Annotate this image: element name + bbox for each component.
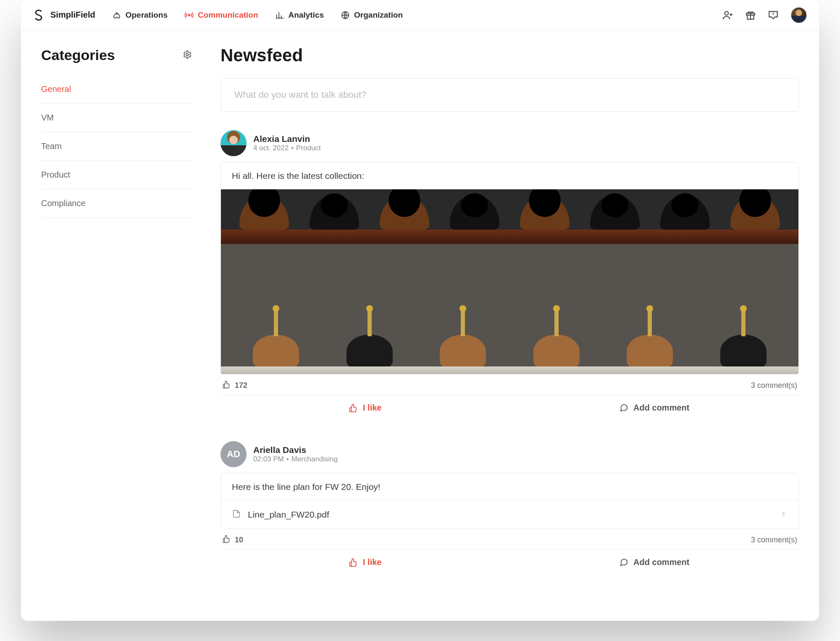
- brand-name: SimpliField: [50, 10, 95, 20]
- like-label: I like: [363, 403, 381, 413]
- category-general[interactable]: General: [41, 75, 192, 104]
- svg-point-0: [116, 13, 117, 14]
- app-shell: SimpliField Operations Communication Ana…: [21, 0, 819, 621]
- thumbs-up-icon: [222, 535, 231, 545]
- like-button[interactable]: I like: [220, 395, 510, 420]
- settings-icon[interactable]: [183, 50, 192, 61]
- post-date: 4 oct. 2022: [253, 144, 289, 152]
- composer[interactable]: What do you want to talk about?: [220, 78, 799, 112]
- author-avatar[interactable]: AD: [220, 441, 247, 467]
- category-vm[interactable]: VM: [41, 104, 192, 132]
- post-text: Here is the line plan for FW 20. Enjoy!: [221, 474, 798, 500]
- category-list: General VM Team Product Compliance: [41, 75, 192, 218]
- nav-label: Analytics: [289, 10, 324, 20]
- thumbs-up-icon: [349, 403, 358, 413]
- comment-icon: [619, 558, 628, 567]
- post-body: Hi all. Here is the latest collection:: [220, 162, 799, 374]
- svg-point-1: [188, 14, 190, 16]
- user-avatar[interactable]: [790, 7, 807, 24]
- topbar: SimpliField Operations Communication Ana…: [21, 0, 819, 30]
- post-category: Product: [296, 144, 321, 152]
- main: Newsfeed What do you want to talk about?…: [212, 30, 819, 621]
- post-image[interactable]: [221, 189, 798, 374]
- author-avatar[interactable]: [220, 130, 247, 156]
- add-comment-button[interactable]: Add comment: [510, 550, 799, 575]
- sidebar-title: Categories: [41, 47, 115, 63]
- file-attachment[interactable]: Line_plan_FW20.pdf: [221, 500, 798, 528]
- nav-communication[interactable]: Communication: [184, 10, 258, 20]
- like-count: 172: [222, 380, 247, 391]
- author-name[interactable]: Ariella Davis: [253, 445, 338, 455]
- category-product[interactable]: Product: [41, 161, 192, 189]
- author-name[interactable]: Alexia Lanvin: [253, 134, 321, 144]
- add-comment-label: Add comment: [633, 557, 689, 567]
- nav-analytics[interactable]: Analytics: [275, 10, 324, 20]
- brand[interactable]: SimpliField: [33, 9, 95, 21]
- add-comment-label: Add comment: [633, 403, 689, 413]
- composer-placeholder: What do you want to talk about?: [234, 89, 366, 100]
- add-comment-button[interactable]: Add comment: [510, 395, 799, 420]
- svg-point-3: [724, 11, 728, 15]
- post-body: Here is the line plan for FW 20. Enjoy! …: [220, 473, 799, 529]
- svg-point-6: [186, 53, 189, 56]
- rocket-icon: [112, 10, 121, 20]
- thumbs-up-icon: [349, 558, 358, 567]
- chevron-right-icon: [779, 510, 788, 520]
- post-text: Hi all. Here is the latest collection:: [221, 162, 798, 189]
- sidebar: Categories General VM Team Product Compl…: [21, 30, 212, 621]
- nav-organization[interactable]: Organization: [341, 10, 403, 20]
- primary-nav: Operations Communication Analytics Organ…: [112, 10, 722, 20]
- post-time: 02:03 PM: [253, 455, 284, 463]
- nav-label: Communication: [198, 10, 258, 20]
- like-label: I like: [363, 557, 381, 567]
- post-meta: 4 oct. 2022•Product: [253, 144, 321, 152]
- comment-count[interactable]: 3 comment(s): [751, 536, 797, 544]
- post: AD Ariella Davis 02:03 PM•Merchandising …: [220, 441, 799, 575]
- analytics-icon: [275, 10, 284, 20]
- nav-label: Operations: [126, 10, 168, 20]
- comment-count[interactable]: 3 comment(s): [751, 381, 797, 390]
- feedback-icon[interactable]: [768, 10, 779, 21]
- category-team[interactable]: Team: [41, 132, 192, 161]
- globe-icon: [341, 10, 350, 20]
- topbar-actions: [722, 7, 807, 24]
- category-compliance[interactable]: Compliance: [41, 189, 192, 218]
- thumbs-up-icon: [222, 380, 231, 391]
- file-name: Line_plan_FW20.pdf: [248, 510, 772, 520]
- post-category: Merchandising: [291, 455, 338, 463]
- post-meta: 02:03 PM•Merchandising: [253, 455, 338, 463]
- users-icon[interactable]: [722, 10, 733, 21]
- broadcast-icon: [184, 10, 194, 20]
- brand-logo-icon: [33, 9, 45, 21]
- like-button[interactable]: I like: [220, 550, 510, 575]
- nav-label: Organization: [354, 10, 403, 20]
- comment-icon: [619, 403, 628, 413]
- page-title: Newsfeed: [220, 45, 799, 65]
- gift-icon[interactable]: [745, 10, 756, 21]
- like-count: 10: [222, 535, 243, 545]
- file-icon: [232, 509, 241, 520]
- post: Alexia Lanvin 4 oct. 2022•Product Hi all…: [220, 130, 799, 420]
- body: Categories General VM Team Product Compl…: [21, 30, 819, 621]
- nav-operations[interactable]: Operations: [112, 10, 168, 20]
